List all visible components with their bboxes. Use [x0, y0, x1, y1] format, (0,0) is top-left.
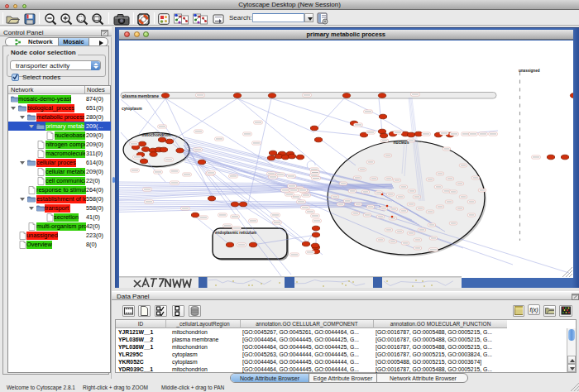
svg-text:mitochondrion: mitochondrion — [142, 131, 171, 136]
svg-text:unassigned: unassigned — [519, 68, 540, 72]
svg-text:nucleus: nucleus — [394, 140, 409, 145]
svg-text:plasma membrane: plasma membrane — [122, 93, 159, 98]
svg-text:cytoplasm: cytoplasm — [122, 106, 142, 111]
